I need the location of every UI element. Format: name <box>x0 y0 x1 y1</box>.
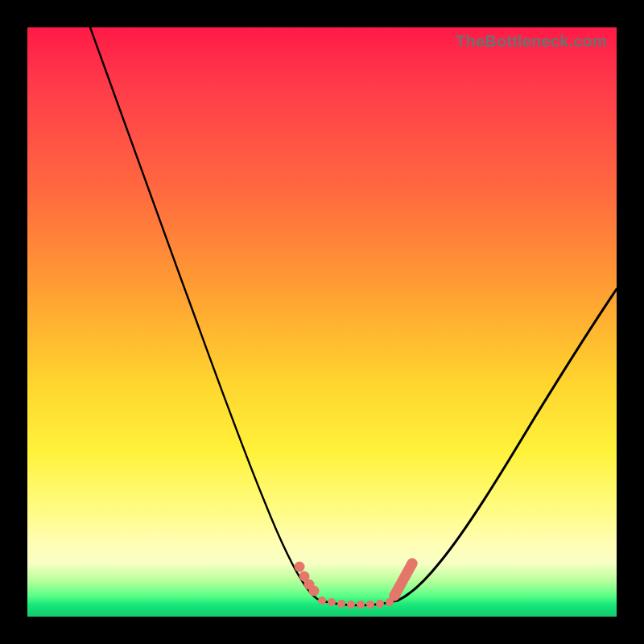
marker-dot <box>337 600 345 608</box>
marker-dot <box>357 601 365 609</box>
marker-dot <box>376 600 384 608</box>
marker-dot <box>407 559 418 569</box>
marker-dot <box>390 591 400 601</box>
marker-dot <box>318 597 326 605</box>
plot-gradient-background: TheBottleneck.com <box>27 27 617 617</box>
marker-dot <box>309 586 320 597</box>
left-curve <box>90 27 320 601</box>
right-curve <box>398 289 617 601</box>
marker-dot <box>366 601 374 609</box>
marker-dot <box>347 601 355 609</box>
curve-layer <box>27 27 617 617</box>
marker-capsule <box>394 564 412 596</box>
marker-dot <box>295 562 305 572</box>
chart-frame: TheBottleneck.com <box>0 0 644 644</box>
marker-dot <box>328 598 336 606</box>
